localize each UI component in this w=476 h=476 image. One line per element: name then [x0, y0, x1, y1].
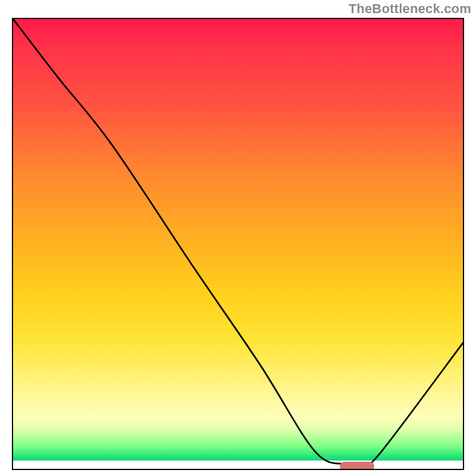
chart-container: TheBottleneck.com — [0, 0, 476, 476]
optimal-range-marker — [340, 462, 374, 470]
attribution-text: TheBottleneck.com — [349, 1, 471, 17]
plot-area — [12, 18, 464, 470]
bottleneck-curve — [13, 19, 463, 469]
